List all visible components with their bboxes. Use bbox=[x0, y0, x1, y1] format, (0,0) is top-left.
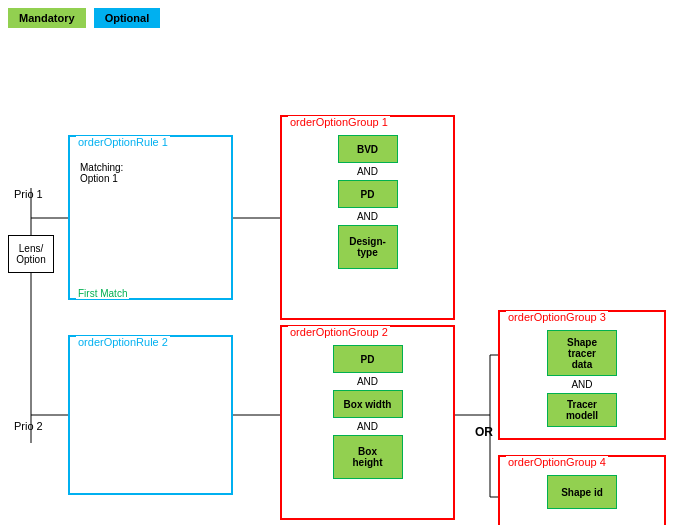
legend-optional: Optional bbox=[94, 8, 161, 28]
group1-and-1: AND bbox=[357, 211, 378, 222]
group1-item-1: PD bbox=[338, 180, 398, 208]
group1-item-2: Design-type bbox=[338, 225, 398, 269]
group1-and-0: AND bbox=[357, 166, 378, 177]
rule1-box: orderOptionRule 1 Matching: Option 1 Fir… bbox=[68, 135, 233, 300]
group3-title: orderOptionGroup 3 bbox=[506, 311, 608, 323]
rule2-title: orderOptionRule 2 bbox=[76, 336, 170, 348]
legend: Mandatory Optional bbox=[8, 8, 160, 28]
lens-option-label: Lens/ Option bbox=[9, 243, 53, 265]
group1-item-0: BVD bbox=[338, 135, 398, 163]
group3-box: orderOptionGroup 3 Shapetracerdata AND T… bbox=[498, 310, 666, 440]
group2-item-1: Box width bbox=[333, 390, 403, 418]
group1-box: orderOptionGroup 1 BVD AND PD AND Design… bbox=[280, 115, 455, 320]
group2-and-1: AND bbox=[357, 421, 378, 432]
group3-item-1: Tracermodell bbox=[547, 393, 617, 427]
prio1-label: Prio 1 bbox=[14, 188, 43, 200]
group3-item-0: Shapetracerdata bbox=[547, 330, 617, 376]
rule1-matching: Matching: Option 1 bbox=[80, 162, 123, 184]
group4-box: orderOptionGroup 4 Shape id bbox=[498, 455, 666, 525]
group4-title: orderOptionGroup 4 bbox=[506, 456, 608, 468]
rule1-first-match: First Match bbox=[76, 288, 129, 299]
group1-title: orderOptionGroup 1 bbox=[288, 116, 390, 128]
diagram: Lens/ Option Prio 1 Prio 2 orderOptionRu… bbox=[0, 40, 681, 520]
group2-item-2: Boxheight bbox=[333, 435, 403, 479]
group3-and-0: AND bbox=[571, 379, 592, 390]
group4-item-0: Shape id bbox=[547, 475, 617, 509]
group2-and-0: AND bbox=[357, 376, 378, 387]
prio2-label: Prio 2 bbox=[14, 420, 43, 432]
or-label: OR bbox=[475, 425, 493, 439]
rule2-box: orderOptionRule 2 bbox=[68, 335, 233, 495]
group2-title: orderOptionGroup 2 bbox=[288, 326, 390, 338]
rule1-title: orderOptionRule 1 bbox=[76, 136, 170, 148]
group2-box: orderOptionGroup 2 PD AND Box width AND … bbox=[280, 325, 455, 520]
legend-mandatory: Mandatory bbox=[8, 8, 86, 28]
lens-option-box: Lens/ Option bbox=[8, 235, 54, 273]
group2-item-0: PD bbox=[333, 345, 403, 373]
